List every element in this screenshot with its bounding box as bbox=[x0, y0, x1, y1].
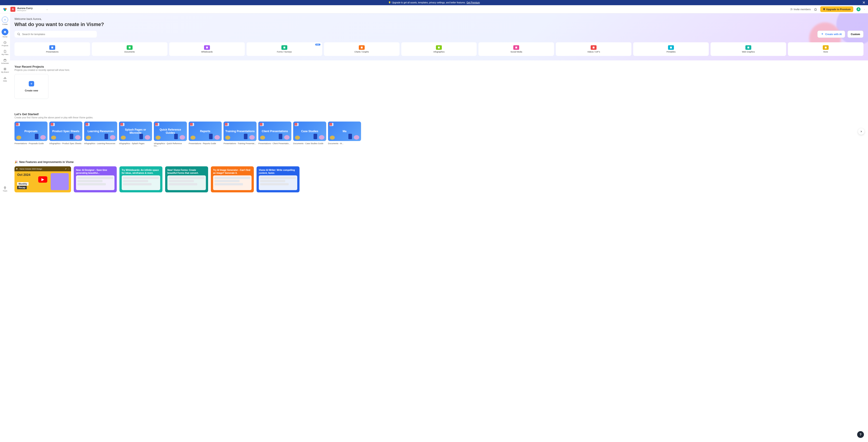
guide-thumbnail: Splash Pages or Microsite bbox=[119, 121, 152, 141]
search-input[interactable] bbox=[22, 33, 94, 35]
files-icon bbox=[3, 50, 6, 53]
guide-card[interactable]: Case StudiesDocuments - Case Studies Gui… bbox=[293, 121, 326, 147]
guide-thumb-title: Splash Pages or Microsite bbox=[119, 128, 152, 135]
guide-thumbnail: Learning Resources bbox=[84, 121, 117, 141]
category-label: Charts / Graphs bbox=[354, 51, 369, 53]
chevron-down-icon[interactable]: ⌄ bbox=[864, 8, 865, 10]
sidebar-label: Schedule bbox=[1, 62, 9, 64]
close-icon[interactable]: ✕ bbox=[862, 0, 865, 5]
guide-card[interactable]: Product Spec SheetsInfographics - Produc… bbox=[49, 121, 82, 147]
category-icon bbox=[127, 45, 132, 50]
category-label: Whiteboards bbox=[202, 51, 213, 53]
category-label: Infographics bbox=[433, 51, 444, 53]
feature-card[interactable]: Try Whiteboards: An infinite space for i… bbox=[119, 166, 162, 193]
features-title-text: New Features and Improvements in Visme bbox=[19, 160, 74, 164]
notifications-icon[interactable] bbox=[814, 8, 817, 11]
play-icon bbox=[16, 168, 18, 170]
guide-thumbnail: Product Spec Sheets bbox=[49, 121, 82, 141]
video-overlay-text: Monthly bbox=[17, 182, 29, 185]
category-icon bbox=[823, 45, 829, 50]
carousel-next-button[interactable] bbox=[858, 128, 864, 135]
category-label: Presentations bbox=[46, 51, 58, 53]
category-label: Social Media bbox=[510, 51, 522, 53]
trash-icon bbox=[3, 186, 6, 189]
svg-rect-13 bbox=[129, 47, 130, 49]
ai-button-label: Create with AI bbox=[825, 33, 842, 35]
more-icon: ⋮ bbox=[68, 168, 70, 170]
workspace-selector[interactable]: A Aurora Curry Workspace ⌄ bbox=[10, 7, 48, 12]
guide-card[interactable]: Client PresentationsPresentations - Clie… bbox=[258, 121, 291, 147]
create-with-ai-button[interactable]: Create with AI bbox=[817, 31, 845, 38]
svg-point-2 bbox=[4, 9, 6, 11]
sidebar-schedule[interactable]: Schedule bbox=[0, 57, 10, 66]
sidebar-data[interactable]: Data bbox=[0, 75, 10, 83]
category-card[interactable]: NEWForms / Surveys bbox=[247, 42, 322, 56]
sidebar-create[interactable]: + Create bbox=[0, 15, 10, 27]
category-card[interactable]: Printables bbox=[633, 42, 709, 56]
feature-preview bbox=[167, 175, 206, 190]
category-card[interactable]: Whiteboards bbox=[169, 42, 245, 56]
invite-label: Invite members bbox=[794, 8, 811, 11]
guide-card[interactable]: ProposalsPresentations - Proposals Guide bbox=[14, 121, 48, 147]
guide-card[interactable]: Quick Reference GuidesInfographics - Qui… bbox=[154, 121, 187, 147]
guide-thumbnail: Case Studies bbox=[293, 121, 326, 141]
category-icon bbox=[281, 45, 287, 50]
hero-title: What do you want to create in Visme? bbox=[14, 22, 864, 27]
svg-rect-18 bbox=[515, 47, 517, 49]
sidebar-my-brand[interactable]: My Brand bbox=[0, 66, 10, 75]
section-subtitle: Create your first Visme using the above … bbox=[14, 116, 864, 119]
sidebar-home[interactable]: Home bbox=[0, 27, 10, 39]
category-card[interactable]: Social Media bbox=[478, 42, 554, 56]
category-label: Web Graphics bbox=[742, 51, 755, 53]
youtube-play-icon[interactable]: ▶ bbox=[38, 176, 47, 183]
sparkle-icon bbox=[821, 33, 824, 36]
plus-icon: + bbox=[29, 81, 34, 86]
guide-card[interactable]: Splash Pages or MicrositeInfographics - … bbox=[119, 121, 152, 147]
party-icon: 🎉 bbox=[14, 160, 18, 164]
chevron-right-icon bbox=[860, 130, 863, 133]
upgrade-button[interactable]: ♛ Upgrade to Premium bbox=[820, 6, 853, 12]
custom-button[interactable]: Custom bbox=[847, 31, 864, 38]
guide-card[interactable]: Learning ResourcesInfographics - Learnin… bbox=[84, 121, 117, 147]
user-avatar[interactable]: A bbox=[857, 7, 861, 11]
sidebar-label: My Brand bbox=[1, 71, 9, 73]
sidebar-projects[interactable]: Projects bbox=[0, 39, 10, 48]
sidebar-my-files[interactable]: My Files bbox=[0, 49, 10, 57]
feature-card-text: New! Visme Forms: Create beautiful Forms… bbox=[167, 169, 206, 175]
visme-logo[interactable] bbox=[3, 7, 7, 11]
category-card[interactable]: Infographics bbox=[401, 42, 477, 56]
feature-card[interactable]: New: AI Designer - Save time generating … bbox=[74, 166, 117, 193]
create-new-card[interactable]: + Create new bbox=[14, 74, 49, 99]
sidebar-label: Data bbox=[3, 80, 7, 82]
search-box[interactable] bbox=[14, 31, 97, 37]
sidebar-trash[interactable]: Trash bbox=[0, 185, 10, 193]
guide-card[interactable]: Training PresentationsPresentations - Tr… bbox=[223, 121, 256, 147]
brand-icon bbox=[3, 67, 6, 70]
guides-section: Let's Get Started! Create your first Vis… bbox=[10, 108, 868, 147]
guide-label: Documents - Case Studies Guide bbox=[293, 142, 326, 145]
category-icon bbox=[668, 45, 674, 50]
feature-card[interactable]: New! Visme Forms: Create beautiful Forms… bbox=[165, 166, 208, 193]
feature-video-card[interactable]: Visme October 2024 Design ⇗ ⋮ Oct 2024 M… bbox=[14, 166, 71, 193]
feature-card-text: Try Whiteboards: An infinite space for i… bbox=[122, 169, 160, 175]
category-card[interactable]: Documents bbox=[92, 42, 167, 56]
guide-label: Infographics - Splash Pages bbox=[119, 142, 152, 145]
guide-thumbnail: Proposals bbox=[14, 121, 48, 141]
get-premium-link[interactable]: Get Premium bbox=[466, 1, 480, 4]
category-card[interactable]: More bbox=[788, 42, 864, 56]
guide-label: Presentations - Reports Guide bbox=[189, 142, 222, 145]
guide-card[interactable]: ReportsPresentations - Reports Guide bbox=[189, 121, 222, 147]
banner-text: Upgrade to get all assets, templates, pr… bbox=[392, 1, 466, 4]
feature-card[interactable]: Try AI Image Generator - Can't find an i… bbox=[211, 166, 254, 193]
category-card[interactable]: Videos / GIF's bbox=[556, 42, 631, 56]
guide-thumbnail: Ma bbox=[328, 121, 361, 141]
user-plus-icon bbox=[790, 8, 793, 11]
svg-point-8 bbox=[4, 78, 4, 79]
guide-card[interactable]: MaDocuments - M... bbox=[328, 121, 361, 147]
invite-members-link[interactable]: Invite members bbox=[790, 8, 811, 11]
upgrade-label: Upgrade to Premium bbox=[826, 8, 850, 11]
feature-card[interactable]: Visme AI Writer: Write compelling conten… bbox=[256, 166, 300, 193]
category-card[interactable]: Web Graphics bbox=[711, 42, 786, 56]
category-card[interactable]: Presentations bbox=[14, 42, 90, 56]
category-card[interactable]: Charts / Graphs bbox=[324, 42, 400, 56]
